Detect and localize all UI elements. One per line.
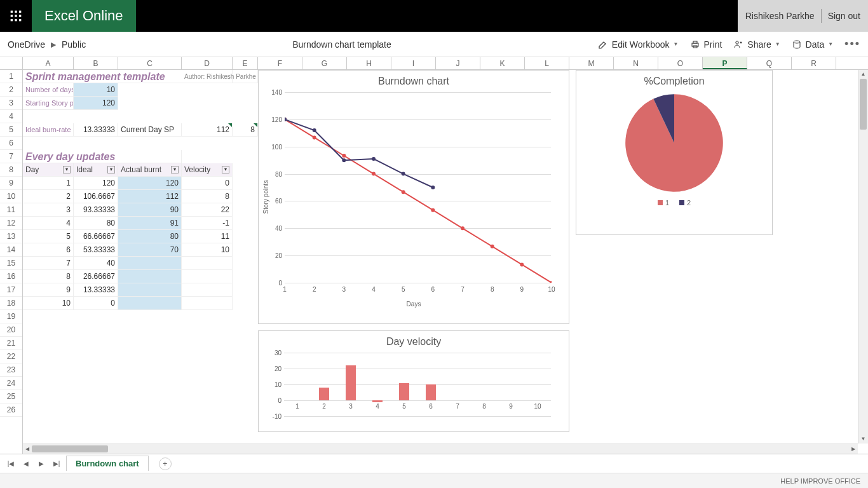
- row-header-10[interactable]: 10: [0, 190, 22, 203]
- table-cell-day[interactable]: 4: [23, 217, 74, 230]
- column-header-B[interactable]: B: [74, 57, 118, 69]
- col-header-ideal[interactable]: Ideal▾: [74, 163, 118, 177]
- breadcrumb-folder[interactable]: Public: [62, 39, 86, 50]
- current-day-label[interactable]: Current Day SP: [118, 123, 182, 137]
- row-header-5[interactable]: 5: [0, 123, 22, 137]
- column-header-E[interactable]: E: [233, 57, 258, 69]
- table-cell-velocity[interactable]: 0: [182, 177, 233, 190]
- table-cell-day[interactable]: 6: [23, 243, 74, 257]
- updates-label[interactable]: Every day updates: [23, 150, 182, 163]
- column-header-N[interactable]: N: [614, 57, 658, 69]
- velocity-bar-chart[interactable]: Day velocity-10010203012345678910: [258, 330, 569, 432]
- row-header-22[interactable]: 22: [0, 350, 22, 363]
- row-header-12[interactable]: 12: [0, 217, 22, 230]
- row-header-15[interactable]: 15: [0, 257, 22, 270]
- table-cell-actual[interactable]: [118, 297, 182, 310]
- table-cell-actual[interactable]: [118, 257, 182, 270]
- start-sp-label[interactable]: Starting Story points: [23, 97, 74, 110]
- table-cell-actual[interactable]: 91: [118, 217, 182, 230]
- table-cell-day[interactable]: 3: [23, 203, 74, 217]
- scroll-down-arrow[interactable]: ▼: [858, 435, 868, 444]
- table-cell-ideal[interactable]: 93.33333: [74, 203, 118, 217]
- table-cell-ideal[interactable]: 106.6667: [74, 190, 118, 203]
- column-header-M[interactable]: M: [569, 57, 614, 69]
- row-header-11[interactable]: 11: [0, 203, 22, 217]
- row-header-18[interactable]: 18: [0, 297, 22, 310]
- table-cell-actual[interactable]: 90: [118, 203, 182, 217]
- more-options-button[interactable]: •••: [844, 37, 860, 51]
- column-header-G[interactable]: G: [302, 57, 347, 69]
- table-cell-actual[interactable]: 112: [118, 190, 182, 203]
- grid-cells[interactable]: Sprint management templateAuthor: Rishik…: [23, 70, 868, 454]
- table-cell-ideal[interactable]: 13.33333: [74, 283, 118, 297]
- row-header-4[interactable]: 4: [0, 110, 22, 123]
- row-header-17[interactable]: 17: [0, 283, 22, 297]
- row-header-13[interactable]: 13: [0, 230, 22, 243]
- completion-pie-chart[interactable]: %Completion12: [576, 70, 773, 235]
- column-header-L[interactable]: L: [525, 57, 569, 69]
- row-header-24[interactable]: 24: [0, 377, 22, 390]
- filter-dropdown-icon[interactable]: ▾: [107, 166, 115, 173]
- row-header-8[interactable]: 8: [0, 163, 22, 177]
- table-cell-actual[interactable]: [118, 283, 182, 297]
- column-header-R[interactable]: R: [792, 57, 836, 69]
- sheet-nav-last[interactable]: ▶|: [51, 460, 62, 467]
- table-cell-day[interactable]: 7: [23, 257, 74, 270]
- data-button[interactable]: Data ▼: [792, 39, 834, 50]
- author-label[interactable]: Author: Rishikesh Parkhe: [182, 70, 258, 83]
- add-sheet-button[interactable]: +: [159, 458, 172, 470]
- table-cell-velocity[interactable]: [182, 283, 233, 297]
- sheet-nav-next[interactable]: ▶: [36, 460, 47, 467]
- row-header-2[interactable]: 2: [0, 83, 22, 97]
- column-header-K[interactable]: K: [480, 57, 525, 69]
- scroll-right-arrow[interactable]: ▶: [849, 444, 858, 454]
- column-header-J[interactable]: J: [436, 57, 480, 69]
- col-header-actual[interactable]: Actual burnt▾: [118, 163, 182, 177]
- column-header-Q[interactable]: Q: [747, 57, 792, 69]
- sign-out-link[interactable]: Sign out: [828, 11, 860, 21]
- table-cell-day[interactable]: 9: [23, 283, 74, 297]
- column-header-I[interactable]: I: [391, 57, 436, 69]
- column-header-H[interactable]: H: [347, 57, 391, 69]
- row-header-16[interactable]: 16: [0, 270, 22, 283]
- table-cell-velocity[interactable]: [182, 270, 233, 283]
- col-header-velocity[interactable]: Velocity▾: [182, 163, 233, 177]
- row-header-7[interactable]: 7: [0, 150, 22, 163]
- current-day-extra[interactable]: 8: [233, 123, 258, 137]
- row-header-14[interactable]: 14: [0, 243, 22, 257]
- edit-workbook-button[interactable]: Edit Workbook ▼: [598, 39, 679, 50]
- sheet-nav-prev[interactable]: ◀: [20, 460, 32, 467]
- table-cell-ideal[interactable]: 53.33333: [74, 243, 118, 257]
- table-cell-ideal[interactable]: 80: [74, 217, 118, 230]
- row-header-1[interactable]: 1: [0, 70, 22, 83]
- table-cell-velocity[interactable]: [182, 257, 233, 270]
- table-cell-day[interactable]: 10: [23, 297, 74, 310]
- share-button[interactable]: + Share ▼: [733, 39, 780, 50]
- table-cell-ideal[interactable]: 26.66667: [74, 270, 118, 283]
- row-header-21[interactable]: 21: [0, 337, 22, 350]
- breadcrumb-root[interactable]: OneDrive: [8, 39, 45, 50]
- burndown-chart[interactable]: Burndown chartStory points02040608010012…: [258, 70, 569, 324]
- user-name[interactable]: Rishikesh Parkhe: [745, 11, 815, 21]
- ideal-rate-value[interactable]: 13.33333: [74, 123, 118, 137]
- column-header-D[interactable]: D: [182, 57, 233, 69]
- scroll-thumb[interactable]: [860, 79, 867, 130]
- column-header-O[interactable]: O: [658, 57, 703, 69]
- ideal-rate-label[interactable]: Ideal burn-rate: [23, 123, 74, 137]
- filter-dropdown-icon[interactable]: ▾: [63, 166, 71, 173]
- scroll-thumb[interactable]: [32, 445, 108, 452]
- table-cell-ideal[interactable]: 66.66667: [74, 230, 118, 243]
- row-header-9[interactable]: 9: [0, 177, 22, 190]
- column-header-F[interactable]: F: [258, 57, 302, 69]
- num-days-value[interactable]: 10: [74, 83, 118, 97]
- table-cell-actual[interactable]: 80: [118, 230, 182, 243]
- table-cell-day[interactable]: 5: [23, 230, 74, 243]
- scroll-left-arrow[interactable]: ◀: [23, 444, 32, 454]
- sheet-nav-first[interactable]: |◀: [5, 460, 17, 467]
- scroll-up-arrow[interactable]: ▲: [858, 70, 868, 79]
- column-header-C[interactable]: C: [118, 57, 182, 69]
- table-cell-velocity[interactable]: 11: [182, 230, 233, 243]
- table-cell-day[interactable]: 8: [23, 270, 74, 283]
- table-cell-actual[interactable]: [118, 270, 182, 283]
- table-cell-velocity[interactable]: 10: [182, 243, 233, 257]
